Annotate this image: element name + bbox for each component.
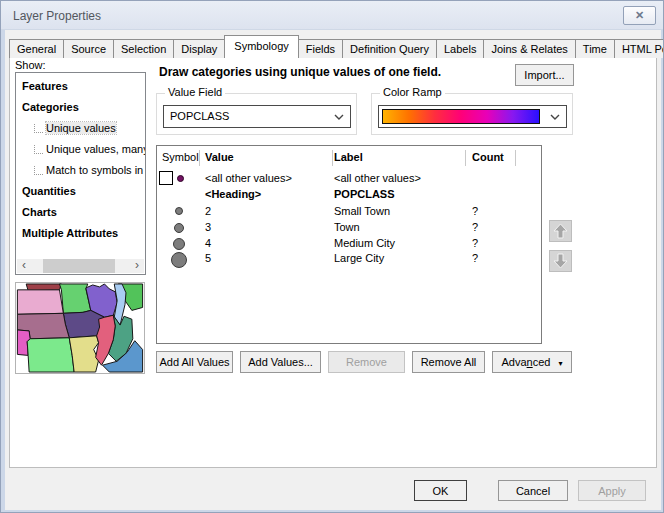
close-button[interactable]: ✕ xyxy=(623,6,656,25)
window-title: Layer Properties xyxy=(13,9,101,23)
table-row-all-other-values[interactable]: <all other values> <all other values> xyxy=(157,171,541,187)
symbol-value-table: Symbol Value Label Count <all other valu… xyxy=(156,145,542,344)
table-row-heading[interactable]: <Heading> POPCLASS xyxy=(157,187,541,203)
table-row-class-2[interactable]: 2 Small Town ? xyxy=(157,204,541,220)
tree-connector-icon xyxy=(34,145,43,154)
tab-joins-relates[interactable]: Joins & Relates xyxy=(483,39,575,58)
value-field-value: POPCLASS xyxy=(170,110,229,122)
column-header-value[interactable]: Value xyxy=(205,151,234,163)
point-symbol[interactable] xyxy=(174,223,184,233)
remove-button[interactable]: Remove xyxy=(328,351,405,373)
table-row-class-3[interactable]: 3 Town ? xyxy=(157,220,541,236)
move-up-button[interactable] xyxy=(549,220,572,242)
all-other-values-checkbox[interactable] xyxy=(159,171,173,185)
show-label: Show: xyxy=(15,59,46,71)
column-divider xyxy=(515,150,516,166)
scroll-left-icon[interactable]: ‹ xyxy=(17,259,31,273)
value-field-group: Value Field POPCLASS xyxy=(156,93,357,135)
import-button[interactable]: Import... xyxy=(515,64,574,86)
arrow-up-icon xyxy=(553,223,568,239)
color-ramp-label: Color Ramp xyxy=(380,86,445,98)
page-title: Draw categories using unique values of o… xyxy=(159,65,441,79)
color-ramp-dropdown[interactable] xyxy=(378,105,567,128)
remove-all-button[interactable]: Remove All xyxy=(412,351,485,373)
cancel-button[interactable]: Cancel xyxy=(498,480,568,501)
column-divider xyxy=(465,150,466,166)
add-all-values-button[interactable]: Add All Values xyxy=(156,351,233,373)
layer-properties-dialog: Layer Properties ✕ General Source Select… xyxy=(0,0,664,513)
tree-horizontal-scrollbar[interactable]: ‹ › xyxy=(17,259,144,273)
tree-item-categories[interactable]: Categories xyxy=(16,97,145,118)
show-tree: Features Categories Unique values Unique… xyxy=(15,72,146,275)
point-symbol[interactable] xyxy=(173,238,185,250)
tab-html-popup[interactable]: HTML Popup xyxy=(614,39,664,58)
tab-bar: General Source Selection Display Symbolo… xyxy=(9,37,664,58)
scrollbar-thumb[interactable] xyxy=(43,259,115,273)
scroll-right-icon[interactable]: › xyxy=(130,259,144,273)
column-header-label[interactable]: Label xyxy=(334,151,363,163)
tree-item-charts[interactable]: Charts xyxy=(16,202,145,223)
tree-item-unique-values-many[interactable]: Unique values, many xyxy=(16,139,145,160)
table-row-class-4[interactable]: 4 Medium City ? xyxy=(157,236,541,252)
value-field-label: Value Field xyxy=(165,86,225,98)
add-values-button[interactable]: Add Values... xyxy=(240,351,321,373)
column-header-count[interactable]: Count xyxy=(472,151,504,163)
arrow-down-icon xyxy=(553,253,568,269)
tab-time[interactable]: Time xyxy=(575,39,615,58)
chevron-down-icon xyxy=(550,114,560,120)
value-field-dropdown[interactable]: POPCLASS xyxy=(163,105,351,128)
column-divider xyxy=(332,150,333,166)
point-symbol[interactable] xyxy=(171,252,187,268)
tree-item-multiple-attributes[interactable]: Multiple Attributes xyxy=(16,223,145,244)
dropdown-arrow-icon: ▾ xyxy=(559,359,563,368)
chevron-down-icon xyxy=(334,114,344,120)
column-header-symbol[interactable]: Symbol xyxy=(162,151,199,163)
tab-definition-query[interactable]: Definition Query xyxy=(342,39,437,58)
tree-connector-icon xyxy=(34,166,43,175)
move-down-button[interactable] xyxy=(549,250,572,272)
tab-fields[interactable]: Fields xyxy=(298,39,343,58)
map-preview-image xyxy=(16,283,144,373)
tab-symbology[interactable]: Symbology xyxy=(224,35,298,58)
column-divider xyxy=(199,150,200,166)
tree-item-features[interactable]: Features xyxy=(16,76,145,97)
table-row-class-5[interactable]: 5 Large City ? xyxy=(157,251,541,267)
ok-button[interactable]: OK xyxy=(414,480,467,501)
color-ramp-swatch xyxy=(382,109,540,124)
tab-labels[interactable]: Labels xyxy=(436,39,484,58)
close-icon: ✕ xyxy=(635,9,644,21)
color-ramp-group: Color Ramp xyxy=(371,93,573,135)
tab-source[interactable]: Source xyxy=(63,39,114,58)
tab-selection[interactable]: Selection xyxy=(113,39,174,58)
apply-button[interactable]: Apply xyxy=(578,480,646,501)
tree-item-unique-values[interactable]: Unique values xyxy=(16,118,145,139)
tab-display[interactable]: Display xyxy=(173,39,225,58)
tree-item-match-to-symbols[interactable]: Match to symbols in a xyxy=(16,160,145,181)
symbology-map-preview xyxy=(15,282,145,374)
titlebar[interactable]: Layer Properties ✕ xyxy=(1,1,663,30)
advanced-button[interactable]: Advanced ▾ xyxy=(492,351,572,373)
point-symbol[interactable] xyxy=(177,175,184,182)
tree-connector-icon xyxy=(34,124,43,133)
tree-item-quantities[interactable]: Quantities xyxy=(16,181,145,202)
tab-general[interactable]: General xyxy=(9,39,64,58)
point-symbol[interactable] xyxy=(175,207,183,215)
